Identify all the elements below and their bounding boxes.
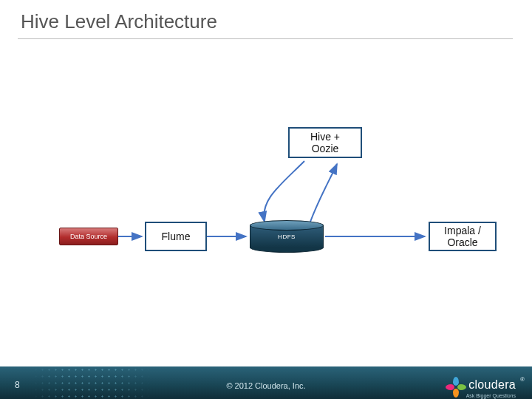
node-data-source: Data Source [59, 228, 118, 245]
cloudera-tagline: Ask Bigger Questions [466, 393, 516, 398]
registered-mark: ® [520, 376, 525, 383]
node-hive-oozie: Hive + Oozie [288, 127, 362, 158]
cloudera-wordmark: cloudera [468, 378, 516, 392]
hdfs-label: HDFS [250, 220, 324, 253]
node-hdfs: HDFS [250, 220, 324, 253]
node-flume: Flume [145, 222, 207, 251]
slide-title: Hive Level Architecture [21, 10, 217, 33]
title-rule [18, 38, 513, 39]
node-impala-oracle: Impala / Oracle [429, 222, 497, 251]
cloudera-logo: cloudera [448, 377, 516, 393]
cloudera-logo-icon [448, 377, 464, 393]
arrow-layer [0, 0, 532, 399]
